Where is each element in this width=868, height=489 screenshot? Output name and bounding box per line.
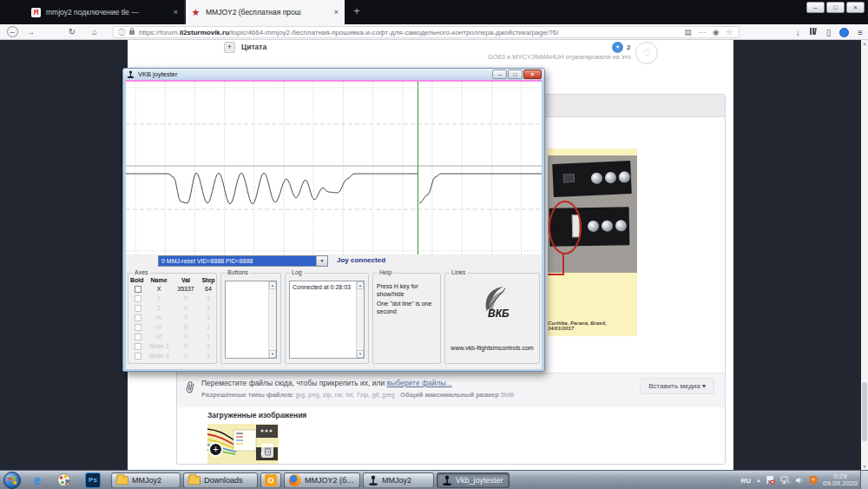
vkb-joytester-window[interactable]: VKB joytester – □ × 0 MMJ-reset VID=8888… [122,68,545,372]
reaction-text[interactable]: GO63 и MYCYJIbMAHUH отреагировали на это [488,53,631,61]
axis-checkbox[interactable] [135,295,141,302]
tray-network-icon[interactable] [780,472,790,488]
photoshop-icon[interactable]: Ps [85,472,101,488]
image-caption: Curitiba, Paraná, Brasil, 14/01/2017 [548,320,634,331]
axis-checkbox[interactable] [135,334,141,340]
vkb-titlebar[interactable]: VKB joytester – □ × [123,69,544,80]
new-tab-button[interactable]: + [350,5,364,19]
vkb-close-button[interactable]: × [523,69,542,79]
post-image[interactable]: Curitiba, Paraná, Brasil, 14/01/2017 [548,149,637,336]
bookmark-star-icon[interactable]: ☆ [726,28,733,36]
site-info-icon[interactable]: ⓘ [118,28,125,37]
listbox-scrollbar[interactable]: ▲ ▼ [356,281,364,358]
task-firefox-forum[interactable]: MMJOY2 (беспла... [284,472,360,488]
device-combobox[interactable]: 0 MMJ-reset VID=8888 PID=8888 ▼ [158,255,328,267]
home-button[interactable]: ⌂ [89,26,101,38]
delete-image-button[interactable] [261,444,273,458]
listbox-scrollbar[interactable]: ▲ ▼ [268,281,276,358]
axis-step: 1 [200,314,217,320]
attachment-text: Переместите файлы сюда, чтобы прикрепить… [201,379,452,387]
task-outlook[interactable]: O [260,472,281,488]
signal-graph [126,82,542,254]
folder-icon [116,476,128,485]
react-heart-button[interactable]: ♡ [635,42,658,64]
vkb-panels: Axes Bold Name Val Step X3533764 Y01 Z01… [126,268,542,369]
vkb-minimize-button[interactable]: – [492,69,507,79]
choose-files-link[interactable]: выберите файлы... [387,379,452,387]
desktop: Я mmjoy2 подключение tle — × ★ MMJOY2 (б… [0,0,868,489]
axis-checkbox[interactable] [135,353,141,360]
log-listbox[interactable]: Connected at 0:28:03 ▲ ▼ [289,281,365,359]
url-bar[interactable]: ⓘ https://forum.il2sturmovik.ru/topic/46… [113,26,740,38]
axis-name: Slider 2 [146,353,172,359]
scroll-down-icon[interactable]: ▼ [861,463,868,470]
axis-checkbox[interactable] [135,286,141,293]
links-url[interactable]: www.vkb-flightsimcontrols.com [445,345,539,351]
axis-checkbox[interactable] [135,324,141,331]
scroll-down-icon[interactable]: ▼ [357,350,364,358]
task-vkb-joytester[interactable]: Vkb_joytester [437,472,510,488]
tray-language[interactable]: RU [740,477,751,485]
axes-header-val: Val [172,277,200,283]
forum-favicon-icon: ★ [191,8,201,17]
back-button[interactable]: ← [7,26,18,37]
scroll-thumb[interactable] [862,382,867,441]
internet-explorer-icon[interactable]: e [30,472,45,488]
library-icon[interactable] [809,27,818,37]
window-close-button[interactable]: × [846,2,865,13]
insert-media-button[interactable]: Вставить медиа ▾ [640,378,714,394]
axis-checkbox[interactable] [135,314,141,321]
scroll-up-icon[interactable]: ▲ [357,281,364,289]
task-folder-mmjoy2[interactable]: MMJoy2 [111,472,181,488]
scroll-up-icon[interactable]: ▲ [861,40,868,47]
tab-yandex-search[interactable]: Я mmjoy2 подключение tle — × [26,0,185,24]
tray-antivirus-icon[interactable] [809,472,818,488]
url-text: https://forum.il2sturmovik.ru/topic/4664… [139,29,559,36]
help-line: Press H key for show/hide [377,282,437,298]
sidebar-icon[interactable]: ▯ [826,28,832,37]
reload-button[interactable]: ↻ [66,26,78,38]
tray-expand-icon[interactable]: ▲ [756,478,761,483]
scroll-up-icon[interactable]: ▲ [269,281,276,289]
window-maximize-button[interactable]: □ [826,2,845,13]
window-minimize-button[interactable]: – [806,2,825,13]
vkb-maximize-button[interactable]: □ [508,69,523,79]
drop-text: Переместите файлы сюда, чтобы прикрепить… [201,379,387,387]
add-image-button[interactable]: + [208,442,223,457]
uploaded-thumbnail[interactable]: + [207,424,279,464]
axes-header-bold: Bold [130,277,146,283]
menu-icon[interactable]: ≡ [858,28,863,37]
axis-val: 0 [172,314,200,320]
quote-plus-button[interactable]: + [224,42,235,53]
attachment-dropzone[interactable]: Переместите файлы сюда, чтобы прикрепить… [177,373,725,407]
tab-forum-active[interactable]: ★ MMJOY2 (бесплатная прош × [186,0,345,24]
tray-flag-icon[interactable] [766,472,775,488]
forward-button[interactable]: → [24,26,36,38]
axis-step: 64 [200,286,217,292]
axis-step: 1 [200,343,217,349]
downloads-icon[interactable]: ↓ [796,28,800,37]
task-folder-downloads[interactable]: ↓ Downloads [183,472,258,488]
tray-clock[interactable]: 0:29 09.09.2020 [823,473,858,487]
combo-arrow-icon[interactable]: ▼ [316,256,327,266]
tray-volume-icon[interactable] [795,472,804,488]
help-panel: Help Press H key for show/hide One "dot … [372,273,441,364]
paint-icon[interactable] [56,472,71,488]
reaction-badge-icon[interactable]: ♥ [612,42,623,53]
reader-mode-icon[interactable]: ▤ [684,28,691,36]
show-desktop-button[interactable] [860,471,868,489]
page-actions-icon[interactable]: ⋯ [698,28,706,36]
quote-link[interactable]: Цитата [241,43,266,51]
start-button[interactable] [3,472,21,489]
pocket-icon[interactable]: ◉ [713,28,719,36]
task-mmjoy2-app[interactable]: MMJoy2 [363,472,434,488]
scroll-down-icon[interactable]: ▼ [269,350,276,358]
pcb-photo-top [552,161,632,197]
tab-close-icon[interactable]: × [174,8,178,17]
tab-close-icon[interactable]: × [334,8,339,17]
axis-checkbox[interactable] [135,343,141,350]
axis-checkbox[interactable] [135,305,141,312]
page-scrollbar[interactable]: ▲ ▼ [861,40,868,470]
profile-icon[interactable] [839,28,849,37]
buttons-listbox[interactable]: ▲ ▼ [225,281,277,359]
